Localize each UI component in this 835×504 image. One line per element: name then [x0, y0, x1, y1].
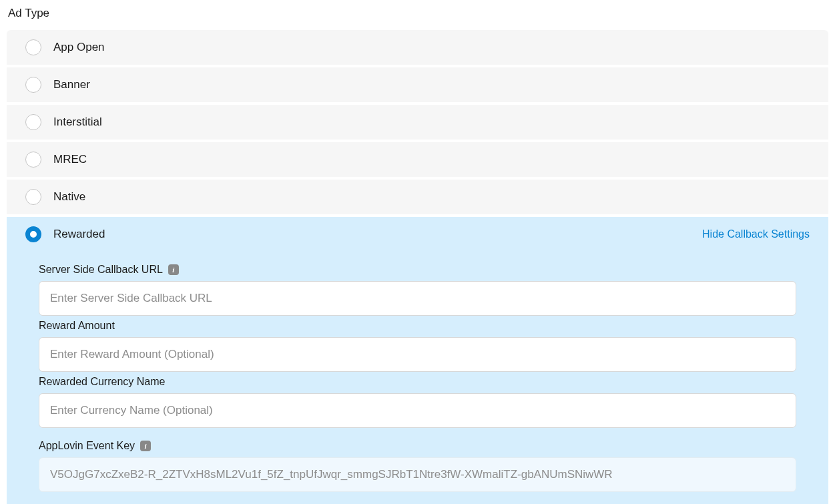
radio-item-interstitial[interactable]: Interstitial — [7, 105, 828, 140]
radio-item-app-open[interactable]: App Open — [7, 30, 828, 65]
radio-icon — [25, 189, 41, 205]
event-key-input — [39, 457, 796, 492]
radio-item-banner[interactable]: Banner — [7, 67, 828, 102]
radio-label: App Open — [53, 41, 105, 54]
radio-icon — [25, 226, 41, 242]
currency-name-label: Rewarded Currency Name — [39, 376, 796, 388]
radio-item-mrec[interactable]: MREC — [7, 142, 828, 177]
ad-type-radio-list: App Open Banner Interstitial MREC Native… — [7, 30, 828, 504]
radio-item-rewarded[interactable]: Rewarded Hide Callback Settings — [7, 217, 828, 252]
radio-icon — [25, 114, 41, 130]
info-icon[interactable]: i — [140, 441, 151, 451]
section-title: Ad Type — [7, 7, 828, 20]
hide-callback-settings-link[interactable]: Hide Callback Settings — [702, 228, 810, 240]
info-icon[interactable]: i — [168, 264, 179, 275]
callback-url-input[interactable] — [39, 281, 796, 316]
radio-label: Rewarded — [53, 228, 105, 241]
radio-icon — [25, 152, 41, 168]
rewarded-callback-panel: Server Side Callback URL i Reward Amount… — [7, 252, 828, 504]
callback-url-label: Server Side Callback URL i — [39, 264, 796, 276]
radio-label: MREC — [53, 153, 87, 166]
radio-label: Interstitial — [53, 115, 102, 129]
currency-name-input[interactable] — [39, 393, 796, 428]
radio-label: Native — [53, 190, 85, 204]
radio-icon — [25, 39, 41, 55]
radio-icon — [25, 77, 41, 93]
radio-label: Banner — [53, 78, 90, 91]
reward-amount-label: Reward Amount — [39, 320, 796, 332]
reward-amount-input[interactable] — [39, 337, 796, 372]
ad-type-section: Ad Type App Open Banner Interstitial MRE… — [7, 7, 828, 504]
radio-item-native[interactable]: Native — [7, 180, 828, 214]
event-key-label: AppLovin Event Key i — [39, 440, 796, 452]
